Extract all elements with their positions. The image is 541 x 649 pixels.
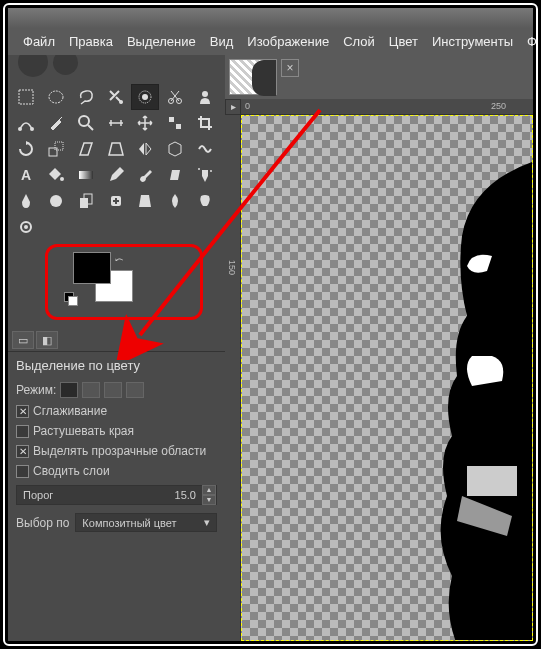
svg-point-25 <box>24 225 28 229</box>
threshold-label: Порог <box>17 489 169 501</box>
move-tool[interactable] <box>131 110 159 136</box>
image-tab-thumbnail[interactable] <box>229 59 277 95</box>
svg-point-19 <box>210 170 212 172</box>
ruler-tick: 0 <box>245 101 250 111</box>
canvas-image-content <box>372 156 533 641</box>
flip-tool[interactable] <box>131 136 159 162</box>
clone-tool[interactable] <box>72 188 100 214</box>
transparent-checkbox[interactable] <box>16 445 29 458</box>
text-tool[interactable]: A <box>12 162 40 188</box>
menu-image[interactable]: Изображение <box>240 32 336 51</box>
menu-layer[interactable]: Слой <box>336 32 382 51</box>
perspective-clone-tool[interactable] <box>131 188 159 214</box>
fuzzy-select-tool[interactable] <box>102 84 130 110</box>
scale-tool[interactable] <box>42 136 70 162</box>
svg-rect-0 <box>19 90 33 104</box>
svg-point-10 <box>79 116 89 126</box>
toolbox-panel: A ⤺ <box>8 55 225 641</box>
image-tabs: × <box>225 55 533 99</box>
tool-options-tab[interactable]: ▭ <box>12 331 34 349</box>
svg-point-20 <box>50 195 62 207</box>
foreground-color-swatch[interactable] <box>73 252 111 284</box>
vertical-ruler[interactable]: 150 <box>225 115 241 641</box>
feather-checkbox[interactable] <box>16 425 29 438</box>
menu-edit[interactable]: Правка <box>62 32 120 51</box>
tool-options-panel: Выделение по цвету Режим: Сглаживание Ра… <box>8 352 225 540</box>
transparent-label: Выделять прозрачные области <box>33 444 206 458</box>
swap-colors-icon[interactable]: ⤺ <box>115 254 123 265</box>
ruler-tick: 150 <box>227 260 237 275</box>
mode-intersect-button[interactable] <box>126 382 144 398</box>
select-by-dropdown[interactable]: Композитный цвет ▾ <box>75 513 217 532</box>
window-titlebar <box>8 8 533 28</box>
menu-bar: Файл Правка Выделение Вид Изображение Сл… <box>8 28 533 55</box>
gradient-tool[interactable] <box>72 162 100 188</box>
chevron-down-icon: ▾ <box>204 516 210 529</box>
default-colors-icon[interactable] <box>64 292 78 306</box>
smudge-tool[interactable] <box>191 188 219 214</box>
color-swatch-area: ⤺ <box>8 244 225 329</box>
ellipse-select-tool[interactable] <box>42 84 70 110</box>
airbrush-tool[interactable] <box>191 162 219 188</box>
mode-subtract-button[interactable] <box>104 382 122 398</box>
canvas-area: × ▸ 0 250 150 <box>225 55 533 641</box>
shear-tool[interactable] <box>72 136 100 162</box>
device-status-tab[interactable]: ◧ <box>36 331 58 349</box>
rect-select-tool[interactable] <box>12 84 40 110</box>
paintbrush-tool[interactable] <box>131 162 159 188</box>
toolbox-decoration <box>8 55 225 80</box>
blur-tool[interactable] <box>161 188 189 214</box>
paths-tool[interactable] <box>12 110 40 136</box>
svg-rect-12 <box>176 124 181 129</box>
menu-tools[interactable]: Инструменты <box>425 32 520 51</box>
cage-tool[interactable] <box>161 136 189 162</box>
mypaint-tool[interactable] <box>42 188 70 214</box>
foreground-select-tool[interactable] <box>191 84 219 110</box>
menu-select[interactable]: Выделение <box>120 32 203 51</box>
pencil-tool[interactable] <box>102 162 130 188</box>
dodge-tool[interactable] <box>12 214 40 240</box>
threshold-down-button[interactable]: ▼ <box>202 495 216 505</box>
svg-text:A: A <box>21 167 31 183</box>
svg-point-2 <box>119 100 123 104</box>
warp-tool[interactable] <box>191 136 219 162</box>
eraser-tool[interactable] <box>161 162 189 188</box>
image-canvas[interactable] <box>241 115 533 641</box>
scissors-tool[interactable] <box>161 84 189 110</box>
menu-fi[interactable]: Фи <box>520 32 538 51</box>
measure-tool[interactable] <box>102 110 130 136</box>
perspective-tool[interactable] <box>102 136 130 162</box>
menu-view[interactable]: Вид <box>203 32 241 51</box>
bucket-fill-tool[interactable] <box>42 162 70 188</box>
menu-color[interactable]: Цвет <box>382 32 425 51</box>
merge-label: Сводить слои <box>33 464 110 478</box>
close-tab-button[interactable]: × <box>281 59 299 77</box>
zoom-tool[interactable] <box>72 110 100 136</box>
svg-point-9 <box>30 127 34 131</box>
horizontal-ruler[interactable]: 0 250 <box>241 99 533 115</box>
lasso-tool[interactable] <box>72 84 100 110</box>
svg-point-8 <box>18 127 22 131</box>
select-by-label: Выбор по <box>16 516 69 530</box>
crop-tool[interactable] <box>191 110 219 136</box>
threshold-up-button[interactable]: ▲ <box>202 485 216 495</box>
align-tool[interactable] <box>161 110 189 136</box>
mode-add-button[interactable] <box>82 382 100 398</box>
antialias-label: Сглаживание <box>33 404 107 418</box>
ruler-corner[interactable]: ▸ <box>225 99 241 115</box>
menu-file[interactable]: Файл <box>16 32 62 51</box>
color-picker-tool[interactable] <box>42 110 70 136</box>
rotate-tool[interactable] <box>12 136 40 162</box>
svg-rect-17 <box>79 171 93 179</box>
svg-rect-26 <box>467 466 517 496</box>
color-select-tool[interactable] <box>131 84 159 110</box>
mode-label: Режим: <box>16 383 56 397</box>
select-by-value: Композитный цвет <box>82 517 176 529</box>
antialias-checkbox[interactable] <box>16 405 29 418</box>
heal-tool[interactable] <box>102 188 130 214</box>
threshold-slider[interactable]: Порог 15.0 ▲ ▼ <box>16 485 217 505</box>
merge-checkbox[interactable] <box>16 465 29 478</box>
ink-tool[interactable] <box>12 188 40 214</box>
svg-point-18 <box>198 168 200 170</box>
mode-replace-button[interactable] <box>60 382 78 398</box>
